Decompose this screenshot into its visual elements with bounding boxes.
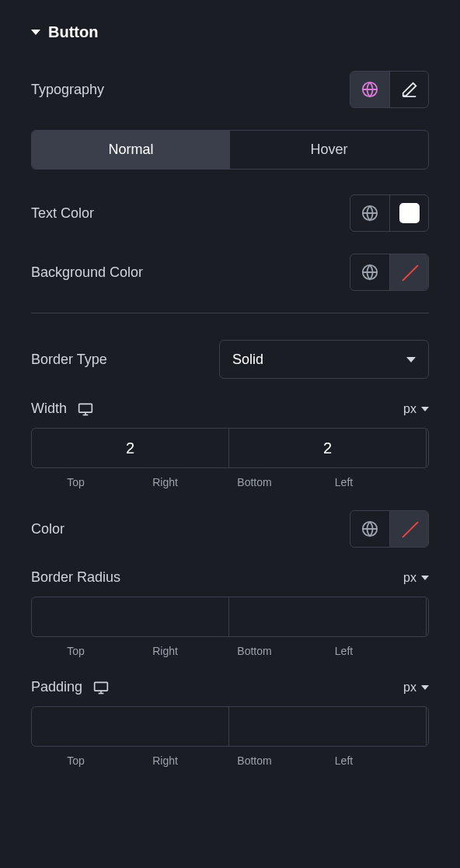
border-color-label: Color — [31, 521, 64, 537]
chevron-down-icon — [406, 357, 416, 362]
width-unit-toggle[interactable]: px — [403, 402, 429, 416]
border-radius-label: Border Radius — [31, 569, 120, 586]
padding-top-input[interactable] — [32, 707, 229, 746]
typography-controls — [350, 71, 429, 108]
pencil-icon — [401, 81, 418, 98]
border-color-controls — [350, 510, 429, 548]
radius-bottom-input[interactable] — [427, 597, 429, 636]
color-swatch-button[interactable] — [389, 254, 428, 290]
color-swatch-button[interactable] — [389, 511, 428, 547]
text-color-controls — [350, 194, 429, 232]
radius-right-input[interactable] — [229, 597, 427, 636]
padding-inputs — [31, 706, 429, 747]
chevron-down-icon — [421, 685, 429, 690]
border-color-row: Color — [31, 510, 429, 548]
edit-button[interactable] — [389, 72, 428, 107]
side-label: Top — [31, 645, 120, 657]
text-color-label: Text Color — [31, 205, 94, 222]
padding-unit: px — [403, 681, 416, 695]
side-label: Right — [120, 645, 210, 657]
desktop-icon — [78, 402, 93, 416]
desktop-icon — [93, 681, 109, 695]
svg-rect-12 — [95, 682, 108, 691]
side-label: Bottom — [210, 754, 299, 767]
border-radius-inputs — [31, 597, 429, 637]
radius-top-input[interactable] — [32, 597, 229, 636]
side-label: Left — [299, 645, 389, 657]
background-color-controls — [350, 254, 429, 291]
width-inputs — [31, 428, 429, 468]
chevron-down-icon — [421, 407, 429, 411]
side-label: Right — [120, 476, 210, 488]
typography-label: Typography — [31, 82, 104, 98]
background-color-label: Background Color — [31, 264, 143, 281]
padding-right-input[interactable] — [229, 707, 427, 746]
globe-button[interactable] — [350, 511, 389, 547]
color-swatch-none — [399, 519, 420, 539]
border-radius-unit: px — [403, 571, 416, 585]
width-bottom-input[interactable] — [427, 429, 429, 467]
chevron-down-icon — [421, 576, 429, 580]
side-label: Top — [31, 476, 120, 488]
globe-button[interactable] — [350, 195, 389, 231]
chevron-down-icon — [31, 30, 40, 35]
section-title: Button — [48, 23, 98, 41]
padding-side-labels: Top Right Bottom Left — [31, 754, 429, 767]
border-type-row: Border Type Solid — [31, 340, 429, 379]
tab-normal[interactable]: Normal — [32, 131, 230, 169]
background-color-row: Background Color — [31, 254, 429, 291]
state-tabs: Normal Hover — [31, 130, 429, 170]
globe-icon — [361, 205, 378, 222]
border-type-value: Solid — [232, 352, 263, 368]
responsive-button[interactable] — [93, 681, 109, 695]
svg-rect-7 — [79, 404, 92, 412]
side-label: Top — [31, 754, 120, 767]
typography-row: Typography — [31, 71, 429, 108]
color-swatch-white — [399, 203, 420, 223]
border-radius-unit-toggle[interactable]: px — [403, 571, 429, 585]
border-type-label: Border Type — [31, 352, 107, 368]
padding-header: Padding px — [31, 679, 429, 695]
section-header[interactable]: Button — [31, 23, 429, 41]
width-header: Width px — [31, 401, 429, 417]
text-color-row: Text Color — [31, 194, 429, 232]
padding-label: Padding — [31, 679, 82, 695]
width-right-input[interactable] — [229, 429, 427, 467]
responsive-button[interactable] — [78, 402, 93, 416]
globe-button[interactable] — [350, 72, 389, 107]
side-label: Left — [299, 476, 389, 488]
globe-icon — [361, 520, 378, 537]
tab-hover[interactable]: Hover — [230, 131, 428, 169]
side-label: Right — [120, 754, 210, 767]
width-top-input[interactable] — [32, 429, 229, 467]
width-label: Width — [31, 401, 67, 417]
side-label: Bottom — [210, 645, 299, 657]
color-swatch-none — [399, 262, 420, 282]
side-label: Left — [299, 754, 389, 767]
divider — [31, 313, 429, 313]
border-radius-side-labels: Top Right Bottom Left — [31, 645, 429, 657]
width-side-labels: Top Right Bottom Left — [31, 476, 429, 488]
globe-icon — [361, 81, 378, 98]
side-label: Bottom — [210, 476, 299, 488]
color-swatch-button[interactable] — [389, 195, 428, 231]
padding-unit-toggle[interactable]: px — [403, 681, 429, 695]
border-radius-header: Border Radius px — [31, 569, 429, 586]
border-type-select[interactable]: Solid — [219, 340, 429, 379]
padding-bottom-input[interactable] — [427, 707, 429, 746]
globe-button[interactable] — [350, 254, 389, 290]
globe-icon — [361, 264, 378, 281]
width-unit: px — [403, 402, 416, 416]
